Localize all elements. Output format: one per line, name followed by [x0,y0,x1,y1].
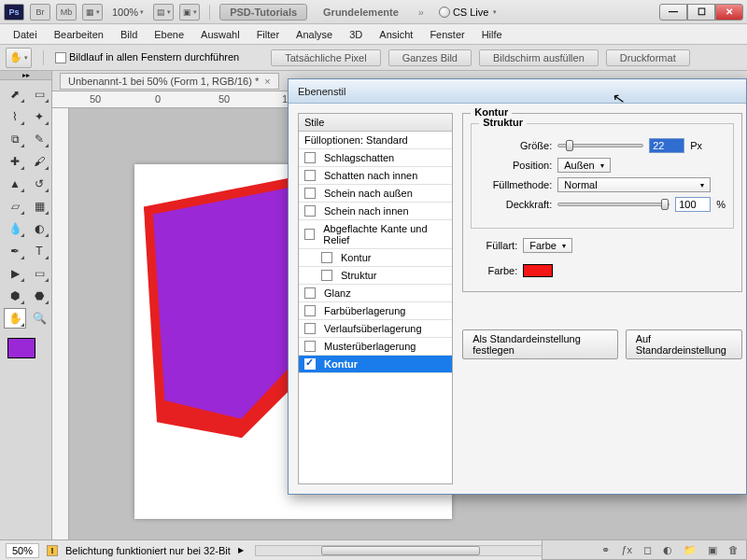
menu-datei[interactable]: Datei [6,27,45,42]
print-size-button[interactable]: Druckformat [606,49,690,66]
workspace-grundelemente[interactable]: Grundelemente [313,4,409,21]
warning-icon: ! [47,545,58,556]
healing-tool[interactable]: ✚ [4,151,26,172]
history-brush-tool[interactable]: ↺ [28,174,50,194]
brush-tool[interactable]: 🖌 [28,151,50,172]
toolbox-grip[interactable]: ▸▸ [0,71,51,80]
toolbox: ▸▸ ⬈ ▭ ⌇ ✦ ⧉ ✎ ✚ 🖌 ▲ ↺ ▱ ▦ 💧 ◐ ✒ T ▶ ▭ ⬢… [0,71,52,539]
menu-analyse[interactable]: Analyse [289,27,340,42]
link-layers-icon[interactable]: ⚭ [601,544,610,556]
arrange-docs-icon[interactable]: ▤▾ [153,4,174,21]
3d-camera-tool[interactable]: ⬣ [28,286,50,306]
app-icon: Ps [4,4,24,21]
menu-bild[interactable]: Bild [113,27,145,42]
workspace-more-icon[interactable]: » [415,7,428,18]
style-inner-shadow[interactable]: Schatten nach innen [299,167,452,185]
workspace-psd-tutorials[interactable]: PSD-Tutorials [219,4,307,21]
style-pattern-overlay[interactable]: Musterüberlagerung [299,338,452,356]
layer-mask-icon[interactable]: ◻ [643,544,652,556]
style-inner-glow[interactable]: Schein nach innen [299,203,452,220]
cs-live-button[interactable]: CS Live▾ [439,7,498,18]
close-button[interactable]: ✕ [715,4,743,21]
group-icon[interactable]: 📁 [684,544,697,556]
opacity-slider[interactable] [557,203,669,206]
document-tab[interactable]: Unbenannt-1 bei 50% (Form 1, RGB/16) *× [60,73,279,90]
status-message: Belichtung funktioniert nur bei 32-Bit [65,545,231,556]
style-stroke[interactable]: Kontur [299,356,452,373]
delete-layer-icon[interactable]: 🗑 [728,544,739,555]
styles-header[interactable]: Stile [299,114,452,132]
size-input[interactable]: 22 [649,138,684,153]
make-default-button[interactable]: Als Standardeinstellung festlegen [462,329,617,359]
filltype-dropdown[interactable]: Farbe [523,238,572,253]
menu-auswahl[interactable]: Auswahl [193,27,247,42]
position-dropdown[interactable]: Außen [557,158,610,173]
foreground-color-swatch[interactable] [7,338,35,358]
wand-tool[interactable]: ✦ [28,106,50,127]
eraser-tool[interactable]: ▱ [4,196,26,217]
stroke-color-swatch[interactable] [523,264,553,277]
minimize-button[interactable]: — [659,4,687,21]
menu-3d[interactable]: 3D [342,27,370,42]
minibridge-icon[interactable]: Mb [56,4,77,21]
current-tool-hand[interactable]: ✋▾ [6,48,32,68]
reset-default-button[interactable]: Auf Standardeinstellung [626,329,742,359]
maximize-button[interactable]: ☐ [687,4,715,21]
fill-options-row[interactable]: Fülloptionen: Standard [299,132,452,149]
path-select-tool[interactable]: ▶ [4,263,26,284]
layer-style-icon[interactable]: ƒx [621,544,632,555]
style-color-overlay[interactable]: Farbüberlagerung [299,302,452,320]
styles-list: Stile Fülloptionen: Standard Schlagschat… [298,113,453,484]
bridge-icon[interactable]: Br [30,4,50,21]
dialog-titlebar[interactable]: Ebenenstil [289,79,746,104]
blur-tool[interactable]: 💧 [4,218,26,239]
ruler-vertical[interactable] [52,108,69,539]
size-unit: Px [690,140,702,151]
pen-tool[interactable]: ✒ [4,241,26,261]
window-controls: — ☐ ✕ [659,4,743,21]
stamp-tool[interactable]: ▲ [4,174,26,194]
size-slider[interactable] [557,144,643,147]
style-outer-glow[interactable]: Schein nach außen [299,185,452,203]
close-tab-icon[interactable]: × [264,76,270,87]
lasso-tool[interactable]: ⌇ [4,106,26,127]
menu-hilfe[interactable]: Hilfe [474,27,510,42]
new-layer-icon[interactable]: ▣ [708,544,717,556]
view-extras-icon[interactable]: ▦▾ [82,4,103,21]
status-zoom[interactable]: 50% [6,543,39,558]
type-tool[interactable]: T [28,241,50,261]
fit-screen-button[interactable]: Ganzes Bild [388,49,472,66]
style-texture[interactable]: Struktur [299,267,452,285]
opacity-input[interactable]: 100 [675,197,711,212]
move-tool[interactable]: ⬈ [4,84,26,105]
scroll-all-windows-checkbox[interactable]: Bildlauf in allen Fenstern durchführen [55,51,239,63]
style-drop-shadow[interactable]: Schlagschatten [299,149,452,167]
style-gradient-overlay[interactable]: Verlaufsüberlagerung [299,320,452,338]
marquee-tool[interactable]: ▭ [28,84,50,105]
shape-tool[interactable]: ▭ [28,263,50,284]
style-satin[interactable]: Glanz [299,285,452,302]
opacity-label: Deckkraft: [479,199,552,210]
dodge-tool[interactable]: ◐ [28,218,50,239]
blend-mode-dropdown[interactable]: Normal [557,177,711,192]
screen-mode-icon[interactable]: ▣▾ [179,4,200,21]
actual-pixels-button[interactable]: Tatsächliche Pixel [271,49,380,66]
3d-tool[interactable]: ⬢ [4,286,26,306]
zoom-tool[interactable]: 🔍 [28,308,50,329]
scroll-thumb[interactable] [321,546,480,555]
menu-ansicht[interactable]: Ansicht [372,27,420,42]
hand-tool[interactable]: ✋ [4,308,26,329]
menu-fenster[interactable]: Fenster [422,27,472,42]
eyedropper-tool[interactable]: ✎ [28,129,50,149]
menu-bearbeiten[interactable]: Bearbeiten [47,27,111,42]
style-contour[interactable]: Kontur [299,249,452,267]
separator [209,5,210,20]
menu-filter[interactable]: Filter [249,27,287,42]
gradient-tool[interactable]: ▦ [28,196,50,217]
adjustment-layer-icon[interactable]: ◐ [663,544,672,556]
style-bevel-emboss[interactable]: Abgeflachte Kante und Relief [299,220,452,249]
crop-tool[interactable]: ⧉ [4,129,26,149]
fill-screen-button[interactable]: Bildschirm ausfüllen [479,49,599,66]
menu-ebene[interactable]: Ebene [147,27,191,42]
zoom-display[interactable]: 100%▾ [108,7,148,18]
